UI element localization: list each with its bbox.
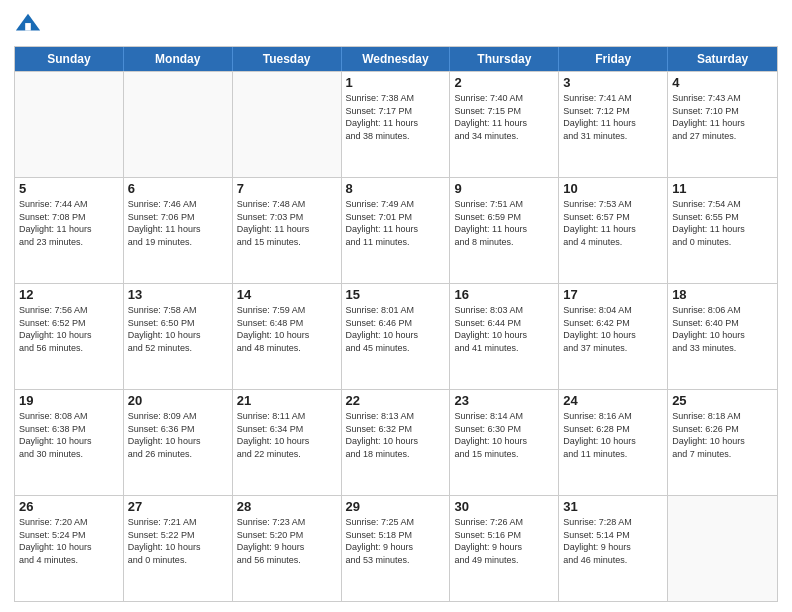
calendar-body: 1Sunrise: 7:38 AM Sunset: 7:17 PM Daylig…	[15, 71, 777, 601]
day-cell-28: 28Sunrise: 7:23 AM Sunset: 5:20 PM Dayli…	[233, 496, 342, 601]
day-info: Sunrise: 8:06 AM Sunset: 6:40 PM Dayligh…	[672, 304, 773, 354]
day-info: Sunrise: 8:01 AM Sunset: 6:46 PM Dayligh…	[346, 304, 446, 354]
day-info: Sunrise: 8:04 AM Sunset: 6:42 PM Dayligh…	[563, 304, 663, 354]
page: SundayMondayTuesdayWednesdayThursdayFrid…	[0, 0, 792, 612]
calendar-header: SundayMondayTuesdayWednesdayThursdayFrid…	[15, 47, 777, 71]
empty-cell	[124, 72, 233, 177]
day-number: 23	[454, 393, 554, 408]
day-info: Sunrise: 7:54 AM Sunset: 6:55 PM Dayligh…	[672, 198, 773, 248]
day-info: Sunrise: 7:25 AM Sunset: 5:18 PM Dayligh…	[346, 516, 446, 566]
empty-cell	[668, 496, 777, 601]
day-info: Sunrise: 8:14 AM Sunset: 6:30 PM Dayligh…	[454, 410, 554, 460]
day-info: Sunrise: 7:26 AM Sunset: 5:16 PM Dayligh…	[454, 516, 554, 566]
day-info: Sunrise: 8:03 AM Sunset: 6:44 PM Dayligh…	[454, 304, 554, 354]
day-cell-31: 31Sunrise: 7:28 AM Sunset: 5:14 PM Dayli…	[559, 496, 668, 601]
day-info: Sunrise: 7:58 AM Sunset: 6:50 PM Dayligh…	[128, 304, 228, 354]
day-number: 20	[128, 393, 228, 408]
day-cell-27: 27Sunrise: 7:21 AM Sunset: 5:22 PM Dayli…	[124, 496, 233, 601]
day-number: 8	[346, 181, 446, 196]
day-number: 31	[563, 499, 663, 514]
day-number: 27	[128, 499, 228, 514]
day-info: Sunrise: 7:51 AM Sunset: 6:59 PM Dayligh…	[454, 198, 554, 248]
week-row-4: 26Sunrise: 7:20 AM Sunset: 5:24 PM Dayli…	[15, 495, 777, 601]
day-number: 2	[454, 75, 554, 90]
day-cell-30: 30Sunrise: 7:26 AM Sunset: 5:16 PM Dayli…	[450, 496, 559, 601]
day-info: Sunrise: 7:46 AM Sunset: 7:06 PM Dayligh…	[128, 198, 228, 248]
day-number: 1	[346, 75, 446, 90]
empty-cell	[233, 72, 342, 177]
day-cell-19: 19Sunrise: 8:08 AM Sunset: 6:38 PM Dayli…	[15, 390, 124, 495]
day-info: Sunrise: 7:43 AM Sunset: 7:10 PM Dayligh…	[672, 92, 773, 142]
day-number: 5	[19, 181, 119, 196]
day-number: 15	[346, 287, 446, 302]
day-info: Sunrise: 7:38 AM Sunset: 7:17 PM Dayligh…	[346, 92, 446, 142]
day-number: 13	[128, 287, 228, 302]
day-number: 12	[19, 287, 119, 302]
header-day-monday: Monday	[124, 47, 233, 71]
day-number: 11	[672, 181, 773, 196]
day-cell-12: 12Sunrise: 7:56 AM Sunset: 6:52 PM Dayli…	[15, 284, 124, 389]
day-info: Sunrise: 7:28 AM Sunset: 5:14 PM Dayligh…	[563, 516, 663, 566]
day-cell-5: 5Sunrise: 7:44 AM Sunset: 7:08 PM Daylig…	[15, 178, 124, 283]
day-number: 10	[563, 181, 663, 196]
day-number: 7	[237, 181, 337, 196]
day-cell-9: 9Sunrise: 7:51 AM Sunset: 6:59 PM Daylig…	[450, 178, 559, 283]
day-number: 28	[237, 499, 337, 514]
week-row-2: 12Sunrise: 7:56 AM Sunset: 6:52 PM Dayli…	[15, 283, 777, 389]
header-day-friday: Friday	[559, 47, 668, 71]
day-number: 3	[563, 75, 663, 90]
day-cell-22: 22Sunrise: 8:13 AM Sunset: 6:32 PM Dayli…	[342, 390, 451, 495]
day-info: Sunrise: 8:18 AM Sunset: 6:26 PM Dayligh…	[672, 410, 773, 460]
day-cell-18: 18Sunrise: 8:06 AM Sunset: 6:40 PM Dayli…	[668, 284, 777, 389]
day-cell-10: 10Sunrise: 7:53 AM Sunset: 6:57 PM Dayli…	[559, 178, 668, 283]
day-info: Sunrise: 7:48 AM Sunset: 7:03 PM Dayligh…	[237, 198, 337, 248]
header-day-sunday: Sunday	[15, 47, 124, 71]
day-number: 6	[128, 181, 228, 196]
day-cell-24: 24Sunrise: 8:16 AM Sunset: 6:28 PM Dayli…	[559, 390, 668, 495]
day-number: 29	[346, 499, 446, 514]
day-cell-26: 26Sunrise: 7:20 AM Sunset: 5:24 PM Dayli…	[15, 496, 124, 601]
day-cell-8: 8Sunrise: 7:49 AM Sunset: 7:01 PM Daylig…	[342, 178, 451, 283]
day-number: 9	[454, 181, 554, 196]
svg-rect-1	[25, 23, 31, 30]
calendar: SundayMondayTuesdayWednesdayThursdayFrid…	[14, 46, 778, 602]
day-number: 19	[19, 393, 119, 408]
day-cell-25: 25Sunrise: 8:18 AM Sunset: 6:26 PM Dayli…	[668, 390, 777, 495]
day-info: Sunrise: 7:59 AM Sunset: 6:48 PM Dayligh…	[237, 304, 337, 354]
logo-icon	[14, 10, 42, 38]
header-day-thursday: Thursday	[450, 47, 559, 71]
day-number: 21	[237, 393, 337, 408]
header	[14, 10, 778, 38]
day-cell-13: 13Sunrise: 7:58 AM Sunset: 6:50 PM Dayli…	[124, 284, 233, 389]
day-cell-6: 6Sunrise: 7:46 AM Sunset: 7:06 PM Daylig…	[124, 178, 233, 283]
day-info: Sunrise: 7:49 AM Sunset: 7:01 PM Dayligh…	[346, 198, 446, 248]
day-cell-21: 21Sunrise: 8:11 AM Sunset: 6:34 PM Dayli…	[233, 390, 342, 495]
day-cell-16: 16Sunrise: 8:03 AM Sunset: 6:44 PM Dayli…	[450, 284, 559, 389]
day-cell-7: 7Sunrise: 7:48 AM Sunset: 7:03 PM Daylig…	[233, 178, 342, 283]
day-info: Sunrise: 8:13 AM Sunset: 6:32 PM Dayligh…	[346, 410, 446, 460]
header-day-wednesday: Wednesday	[342, 47, 451, 71]
week-row-3: 19Sunrise: 8:08 AM Sunset: 6:38 PM Dayli…	[15, 389, 777, 495]
day-cell-2: 2Sunrise: 7:40 AM Sunset: 7:15 PM Daylig…	[450, 72, 559, 177]
day-cell-3: 3Sunrise: 7:41 AM Sunset: 7:12 PM Daylig…	[559, 72, 668, 177]
day-info: Sunrise: 8:09 AM Sunset: 6:36 PM Dayligh…	[128, 410, 228, 460]
day-info: Sunrise: 7:44 AM Sunset: 7:08 PM Dayligh…	[19, 198, 119, 248]
day-number: 24	[563, 393, 663, 408]
day-info: Sunrise: 7:21 AM Sunset: 5:22 PM Dayligh…	[128, 516, 228, 566]
day-info: Sunrise: 7:53 AM Sunset: 6:57 PM Dayligh…	[563, 198, 663, 248]
header-day-saturday: Saturday	[668, 47, 777, 71]
day-number: 16	[454, 287, 554, 302]
day-info: Sunrise: 7:23 AM Sunset: 5:20 PM Dayligh…	[237, 516, 337, 566]
day-info: Sunrise: 8:08 AM Sunset: 6:38 PM Dayligh…	[19, 410, 119, 460]
day-cell-29: 29Sunrise: 7:25 AM Sunset: 5:18 PM Dayli…	[342, 496, 451, 601]
logo	[14, 10, 46, 38]
day-number: 4	[672, 75, 773, 90]
day-cell-1: 1Sunrise: 7:38 AM Sunset: 7:17 PM Daylig…	[342, 72, 451, 177]
empty-cell	[15, 72, 124, 177]
day-cell-4: 4Sunrise: 7:43 AM Sunset: 7:10 PM Daylig…	[668, 72, 777, 177]
day-cell-23: 23Sunrise: 8:14 AM Sunset: 6:30 PM Dayli…	[450, 390, 559, 495]
day-number: 22	[346, 393, 446, 408]
day-number: 14	[237, 287, 337, 302]
header-day-tuesday: Tuesday	[233, 47, 342, 71]
day-number: 17	[563, 287, 663, 302]
